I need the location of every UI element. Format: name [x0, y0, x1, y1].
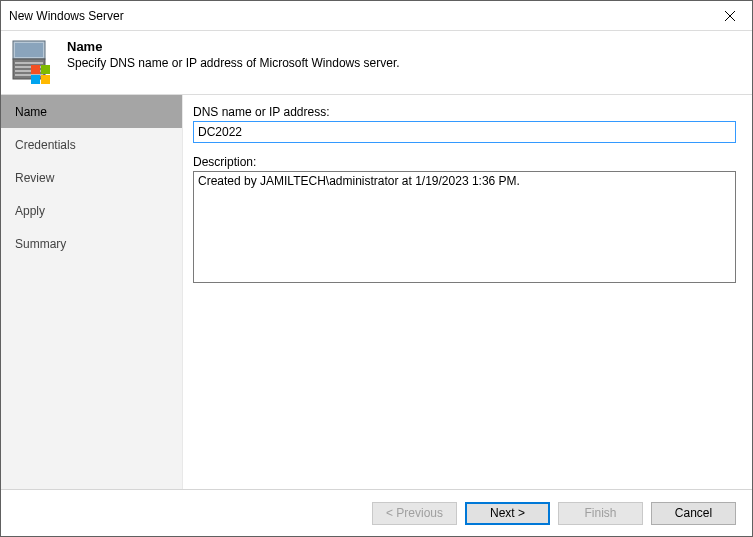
sidebar-item-label: Name [15, 105, 47, 119]
sidebar-item-summary[interactable]: Summary [1, 227, 182, 260]
sidebar-item-review[interactable]: Review [1, 161, 182, 194]
finish-button: Finish [558, 502, 643, 525]
finish-button-label: Finish [584, 506, 616, 520]
next-button[interactable]: Next > [465, 502, 550, 525]
wizard-steps-sidebar: Name Credentials Review Apply Summary [1, 95, 183, 489]
wizard-body: Name Credentials Review Apply Summary DN… [1, 95, 752, 489]
sidebar-item-name[interactable]: Name [1, 95, 182, 128]
svg-rect-9 [31, 65, 40, 74]
sidebar-item-label: Credentials [15, 138, 76, 152]
server-windows-icon [11, 39, 53, 87]
window-title: New Windows Server [9, 9, 708, 23]
previous-button: < Previous [372, 502, 457, 525]
description-textarea[interactable] [193, 171, 736, 283]
svg-rect-3 [15, 43, 43, 57]
sidebar-item-label: Apply [15, 204, 45, 218]
header-text: Name Specify DNS name or IP address of M… [67, 39, 400, 70]
cancel-button[interactable]: Cancel [651, 502, 736, 525]
wizard-header: Name Specify DNS name or IP address of M… [1, 31, 752, 95]
close-icon [725, 8, 735, 24]
header-title: Name [67, 39, 400, 54]
title-bar: New Windows Server [1, 1, 752, 31]
svg-rect-10 [41, 65, 50, 74]
previous-button-label: < Previous [386, 506, 443, 520]
sidebar-item-credentials[interactable]: Credentials [1, 128, 182, 161]
dns-label: DNS name or IP address: [193, 105, 736, 119]
close-button[interactable] [708, 1, 752, 31]
sidebar-item-label: Summary [15, 237, 66, 251]
wizard-main-panel: DNS name or IP address: Description: [183, 95, 752, 489]
dns-name-input[interactable] [193, 121, 736, 143]
cancel-button-label: Cancel [675, 506, 712, 520]
wizard-window: New Windows Server [0, 0, 753, 537]
svg-rect-5 [15, 62, 43, 64]
svg-rect-12 [41, 75, 50, 84]
header-subtitle: Specify DNS name or IP address of Micros… [67, 56, 400, 70]
sidebar-item-label: Review [15, 171, 54, 185]
sidebar-item-apply[interactable]: Apply [1, 194, 182, 227]
next-button-label: Next > [490, 506, 525, 520]
svg-rect-11 [31, 75, 40, 84]
wizard-footer: < Previous Next > Finish Cancel [1, 489, 752, 536]
description-label: Description: [193, 155, 736, 169]
